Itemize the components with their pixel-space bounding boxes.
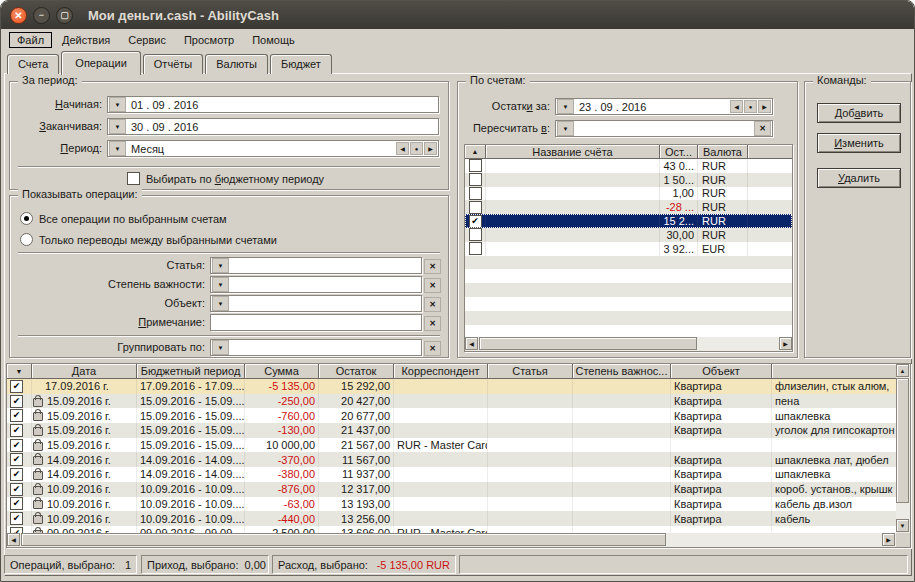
menu-help[interactable]: Помощь	[244, 32, 303, 48]
operation-checkbox[interactable]: ✔	[10, 497, 23, 510]
operation-checkbox[interactable]: ✔	[10, 395, 23, 408]
radio-all-operations[interactable]: Все операции по выбранным счетам	[20, 212, 227, 225]
account-checkbox[interactable]	[469, 159, 482, 172]
account-checkbox[interactable]	[469, 173, 482, 186]
operation-checkbox[interactable]: ✔	[10, 512, 23, 525]
next-day-button[interactable]: ▶	[758, 100, 771, 113]
account-row[interactable]: ✔15 2...RUR	[465, 214, 792, 228]
tab-reports[interactable]: Отчёты	[143, 54, 203, 74]
chevron-down-icon[interactable]: ▼	[109, 119, 126, 134]
operation-checkbox[interactable]: ✔	[10, 453, 23, 466]
budget-period-header[interactable]: Бюджетный период	[137, 364, 245, 379]
accounts-hscrollbar[interactable]: ◀ ▶	[465, 337, 792, 351]
accounts-name-header[interactable]: Название счёта	[486, 145, 660, 159]
operation-checkbox[interactable]: ✔	[10, 483, 23, 496]
chevron-down-icon[interactable]: ▼	[109, 97, 126, 112]
operation-row[interactable]: ✔15.09.2016 г.15.09.2016 - 15.09....-760…	[7, 408, 896, 423]
chevron-down-icon[interactable]: ▼	[212, 296, 229, 311]
account-row[interactable]: 30,00RUR	[465, 228, 792, 242]
maximize-button[interactable]: ▢	[56, 7, 73, 24]
account-checkbox[interactable]	[469, 201, 482, 214]
clear-importance-button[interactable]: ✕	[424, 278, 441, 293]
scroll-left-button[interactable]: ◀	[7, 533, 20, 546]
operation-checkbox[interactable]: ✔	[10, 409, 23, 422]
prev-period-button[interactable]: ◀	[396, 142, 409, 155]
scroll-down-button[interactable]: ▼	[896, 519, 909, 532]
account-row[interactable]: 43 0...RUR	[465, 159, 792, 173]
clear-note-button[interactable]: ✕	[424, 316, 441, 331]
group-by-combobox[interactable]: ▼	[210, 339, 422, 356]
object-combobox[interactable]: ▼	[210, 295, 422, 312]
radio-transfers-only[interactable]: Только переводы между выбранными счетами	[20, 233, 277, 246]
clear-object-button[interactable]: ✕	[424, 297, 441, 312]
operation-row[interactable]: ✔15.09.2016 г.15.09.2016 - 15.09....-250…	[7, 394, 896, 409]
importance-header[interactable]: Степень важнос...	[573, 364, 671, 379]
balance-header[interactable]: Остаток	[319, 364, 394, 379]
scrollbar-thumb[interactable]	[21, 533, 666, 546]
scroll-right-button[interactable]: ▶	[882, 533, 895, 546]
operation-row[interactable]: ✔10.09.2016 г.10.09.2016 - 10.09....-440…	[7, 511, 896, 526]
account-row[interactable]: 1,00RUR	[465, 187, 792, 201]
account-row[interactable]: -28 ...RUR	[465, 200, 792, 214]
accounts-sort-header[interactable]: ▲	[465, 145, 486, 159]
tab-accounts[interactable]: Счета	[7, 54, 59, 74]
account-checkbox[interactable]: ✔	[469, 215, 482, 228]
menu-actions[interactable]: Действия	[54, 32, 118, 48]
close-button[interactable]: ✕	[10, 7, 27, 24]
operation-row[interactable]: ✔10.09.2016 г.10.09.2016 - 10.09....-63,…	[7, 497, 896, 512]
article-header[interactable]: Статья	[488, 364, 573, 379]
operation-checkbox[interactable]: ✔	[10, 468, 23, 481]
chevron-down-icon[interactable]: ▼	[557, 121, 574, 136]
importance-combobox[interactable]: ▼	[210, 276, 422, 293]
menu-view[interactable]: Просмотр	[176, 32, 242, 48]
radio-button-icon[interactable]	[20, 233, 33, 246]
chevron-down-icon[interactable]: ▼	[109, 141, 126, 156]
end-date-field[interactable]: ▼ 30 . 09 . 2016	[107, 118, 439, 135]
account-checkbox[interactable]	[469, 242, 482, 255]
account-row[interactable]: 3 92...EUR	[465, 242, 792, 256]
operation-checkbox[interactable]: ✔	[10, 380, 23, 393]
operation-row[interactable]: ✔15.09.2016 г.15.09.2016 - 15.09....10 0…	[7, 438, 896, 453]
recalc-combobox[interactable]: ▼ ✕	[555, 120, 773, 137]
operation-checkbox[interactable]: ✔	[10, 424, 23, 437]
edit-button[interactable]: Изменить	[817, 133, 901, 153]
accounts-balance-header[interactable]: Ост...	[660, 145, 698, 159]
date-header[interactable]: Дата	[32, 364, 137, 379]
operation-row[interactable]: ✔15.09.2016 г.15.09.2016 - 15.09....-130…	[7, 423, 896, 438]
operations-sort-header[interactable]: ▼	[7, 364, 32, 379]
radio-button-icon[interactable]	[20, 212, 33, 225]
scrollbar-thumb[interactable]	[896, 378, 909, 503]
chevron-down-icon[interactable]: ▼	[212, 277, 229, 292]
scroll-up-button[interactable]: ▲	[896, 364, 909, 377]
current-period-button[interactable]: ●	[410, 142, 423, 155]
operations-vscrollbar[interactable]: ▲ ▼	[896, 364, 910, 533]
clear-group-by-button[interactable]: ✕	[424, 341, 441, 356]
menu-file[interactable]: Файл	[9, 32, 52, 48]
budget-period-checkbox-row[interactable]: Выбирать по бюджетному периоду	[127, 172, 324, 185]
delete-button[interactable]: Удалить	[817, 168, 901, 188]
operation-row[interactable]: ✔14.09.2016 г.14.09.2016 - 14.09....-370…	[7, 452, 896, 467]
clear-recalc-button[interactable]: ✕	[754, 121, 771, 136]
chevron-down-icon[interactable]: ▼	[557, 99, 574, 114]
note-input[interactable]	[210, 314, 422, 331]
accounts-currency-header[interactable]: Валюта	[698, 145, 748, 159]
budget-period-checkbox[interactable]	[127, 172, 140, 185]
prev-day-button[interactable]: ◀	[730, 100, 743, 113]
operation-row[interactable]: ✔17.09.2016 г.17.09.2016 - 17.09....-5 1…	[7, 379, 896, 394]
chevron-down-icon[interactable]: ▼	[212, 258, 229, 273]
tab-currencies[interactable]: Валюты	[205, 54, 268, 74]
menu-service[interactable]: Сервис	[120, 32, 174, 48]
period-field[interactable]: ▼ Месяц ◀ ● ▶	[107, 140, 439, 157]
next-period-button[interactable]: ▶	[424, 142, 437, 155]
tab-budget[interactable]: Бюджет	[270, 54, 332, 74]
account-row[interactable]: 1 50...RUR	[465, 173, 792, 187]
balances-date-field[interactable]: ▼ 23 . 09 . 2016 ◀ ● ▶	[555, 98, 773, 115]
scrollbar-thumb[interactable]	[479, 337, 697, 350]
sum-header[interactable]: Сумма	[245, 364, 319, 379]
chevron-down-icon[interactable]: ▼	[212, 340, 229, 355]
operation-checkbox[interactable]: ✔	[10, 439, 23, 452]
scroll-right-button[interactable]: ▶	[779, 337, 792, 350]
account-checkbox[interactable]	[469, 187, 482, 200]
object-header[interactable]: Объект	[671, 364, 772, 379]
operation-row[interactable]: ✔14.09.2016 г.14.09.2016 - 14.09....-380…	[7, 467, 896, 482]
